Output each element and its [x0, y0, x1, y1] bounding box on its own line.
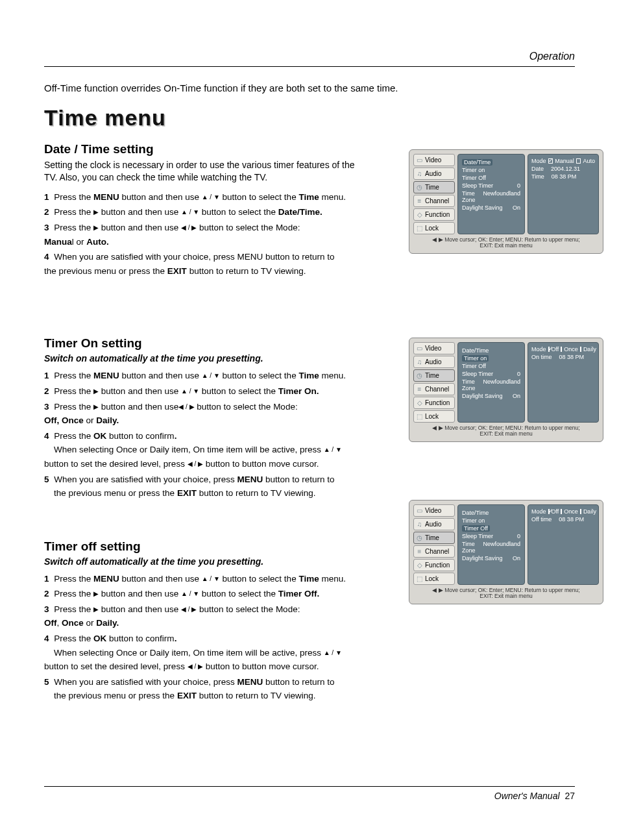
left-right-icon: ◀ / ▶: [178, 402, 194, 412]
tv-icon: ▭: [416, 156, 423, 164]
step: 3 Press the ▶ button and then use◀ / ▶ b…: [44, 400, 362, 428]
step: 2 Press the ▶ button and then use ▲ / ▼ …: [44, 384, 362, 399]
osd-hint: ◀ ▶ Move cursor; OK: Enter; MENU: Return…: [413, 237, 599, 249]
osd-menu-lock: ⬚Lock: [413, 573, 455, 585]
audio-icon: ♫: [416, 358, 423, 365]
up-down-icon: ▲ / ▼: [181, 386, 199, 397]
footer: Owner's Manual 27: [44, 786, 575, 801]
step: 3 Press the ▶ button and then use ◀ / ▶ …: [44, 602, 362, 630]
osd-menu: ▭Video ♫Audio ◷Time ≡Channel ◇Function ⬚…: [413, 342, 455, 423]
osd-sel-timeroff: Timer Off: [462, 525, 490, 532]
osd-timer-off: ▭Video ♫Audio ◷Time ≡Channel ◇Function ⬚…: [409, 500, 603, 604]
osd-menu-lock: ⬚Lock: [413, 410, 455, 423]
up-down-icon: ▲ / ▼: [181, 207, 199, 217]
channel-icon: ≡: [416, 197, 423, 204]
left-right-icon: ◀ / ▶: [188, 661, 203, 672]
right-icon: ▶: [93, 386, 99, 397]
clock-icon: ◷: [416, 372, 423, 379]
channel-icon: ≡: [416, 386, 423, 393]
clock-icon: ◷: [416, 534, 423, 541]
osd-menu-time: ◷Time: [413, 181, 455, 193]
section-timer-on: Timer On setting Switch on automatically…: [44, 336, 362, 500]
osd-menu-time: ◷Time: [413, 369, 455, 382]
osd-panel: Date/Time Timer on Timer Off Sleep Timer…: [457, 504, 525, 585]
up-down-icon: ▲ / ▼: [202, 574, 220, 584]
osd-menu-audio: ♫Audio: [413, 518, 455, 530]
up-down-icon: ▲ / ▼: [324, 445, 342, 455]
left-right-icon: ◀ / ▶: [181, 604, 197, 615]
right-icon: ▶: [93, 223, 99, 233]
function-icon: ◇: [416, 562, 423, 569]
page: Operation Off-Time function overrides On…: [0, 0, 619, 840]
footer-label: Owner's Manual: [494, 791, 560, 801]
tv-icon: ▭: [416, 345, 423, 352]
checkbox-icon: [561, 347, 562, 352]
osd-menu: ▭Video ♫Audio ◷Time ≡Channel ◇Function ⬚…: [413, 504, 455, 585]
sub-timer-off: Switch off automatically at the time you…: [44, 556, 362, 567]
intro-text: Off-Time function overrides On-Time func…: [44, 82, 575, 93]
up-down-icon: ▲ / ▼: [324, 648, 342, 658]
step: 2 Press the ▶ button and then use ▲ / ▼ …: [44, 587, 362, 601]
audio-icon: ♫: [416, 521, 423, 528]
up-down-icon: ▲ / ▼: [181, 589, 199, 599]
osd-menu-channel: ≡Channel: [413, 383, 455, 395]
left-right-icon: ◀ / ▶: [188, 459, 203, 469]
osd-side: Mode Manual Auto Date 2004.12.31 Time 08…: [528, 154, 599, 234]
up-down-icon: ▲ / ▼: [202, 192, 220, 203]
tv-icon: ▭: [416, 507, 423, 514]
right-icon: ▶: [93, 589, 99, 599]
osd-hint: ◀ ▶ Move cursor; OK: Enter; MENU: Return…: [413, 425, 599, 438]
section-date-time: Date / Time setting Setting the clock is…: [44, 142, 362, 278]
header-section: Operation: [44, 51, 575, 67]
osd-panel: Date/Time Timer on Timer Off Sleep Timer…: [457, 154, 525, 234]
step: 2 Press the ▶ button and then use ▲ / ▼ …: [44, 205, 362, 219]
footer-page: 27: [564, 791, 575, 801]
function-icon: ◇: [416, 399, 423, 406]
up-down-icon: ▲ / ▼: [202, 371, 220, 381]
osd-panel: Date/Time Timer on Timer Off Sleep Timer…: [457, 342, 525, 423]
osd-sel-timeron: Timer on: [462, 355, 489, 362]
sub-date-time: Setting the clock is necessary in order …: [44, 159, 362, 184]
heading-timer-on: Timer On setting: [44, 336, 362, 351]
section-timer-off: Timer off setting Switch off automatical…: [44, 539, 362, 703]
step: 4 Press the OK button to confirm. When s…: [44, 632, 362, 674]
right-icon: ▶: [93, 402, 99, 412]
osd-menu-video: ▭Video: [413, 342, 455, 354]
osd-menu-audio: ♫Audio: [413, 356, 455, 368]
checkbox-icon: [580, 509, 581, 514]
clock-icon: ◷: [416, 184, 423, 191]
osd-menu-channel: ≡Channel: [413, 545, 455, 558]
audio-icon: ♫: [416, 170, 423, 177]
step: 5 When you are satisfied with your choic…: [44, 675, 362, 703]
checkbox-icon: [548, 347, 550, 352]
lock-icon: ⬚: [416, 575, 423, 582]
step: 1 Press the MENU button and then use ▲ /…: [44, 190, 362, 204]
osd-side: Mode Off Once Daily On time 08 38 PM: [528, 342, 599, 423]
osd-menu-audio: ♫Audio: [413, 167, 455, 180]
page-title: Time menu: [44, 105, 575, 130]
steps-timer-off: 1 Press the MENU button and then use ▲ /…: [44, 572, 362, 703]
step: 1 Press the MENU button and then use ▲ /…: [44, 572, 362, 586]
step: 5 When you are satisfied with your choic…: [44, 473, 362, 500]
osd-menu-function: ◇Function: [413, 208, 455, 221]
lock-icon: ⬚: [416, 225, 423, 232]
steps-date-time: 1 Press the MENU button and then use ▲ /…: [44, 190, 362, 278]
osd-sel-datetime: Date/Time: [462, 159, 492, 166]
osd-date-time: ▭Video ♫Audio ◷Time ≡Channel ◇Function ⬚…: [409, 149, 603, 254]
step: 1 Press the MENU button and then use ▲ /…: [44, 369, 362, 383]
osd-menu-function: ◇Function: [413, 397, 455, 409]
osd-menu-function: ◇Function: [413, 559, 455, 571]
step: 4 Press the OK button to confirm. When s…: [44, 429, 362, 471]
left-right-icon: ◀ / ▶: [181, 223, 197, 233]
checkbox-icon: [576, 158, 581, 164]
checkbox-icon: [548, 158, 553, 164]
checkbox-icon: [548, 509, 550, 514]
channel-icon: ≡: [416, 548, 423, 555]
step: 3 Press the ▶ button and then use ◀ / ▶ …: [44, 221, 362, 249]
lock-icon: ⬚: [416, 413, 423, 420]
osd-menu-video: ▭Video: [413, 154, 455, 166]
heading-timer-off: Timer off setting: [44, 539, 362, 554]
osd-hint: ◀ ▶ Move cursor; OK: Enter; MENU: Return…: [413, 587, 599, 600]
function-icon: ◇: [416, 211, 423, 218]
osd-menu-lock: ⬚Lock: [413, 222, 455, 234]
